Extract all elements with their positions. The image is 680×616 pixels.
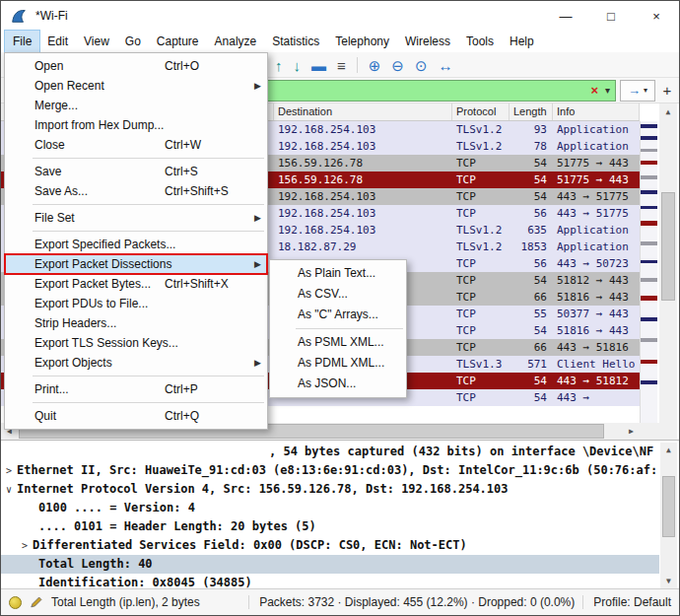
menubar-item[interactable]: Go <box>117 31 149 52</box>
file-menu-item[interactable]: Export PDUs to File... <box>5 294 267 313</box>
file-menu-item[interactable]: File Set ▶ <box>5 208 267 228</box>
detail-text: Total Length: 40 <box>38 555 153 574</box>
menubar-item[interactable]: View <box>76 31 117 52</box>
zoom-out-icon[interactable]: ⊖ <box>391 58 404 73</box>
toolbar-separator[interactable] <box>357 57 358 73</box>
packet-list-vertical-scrollbar[interactable]: ▲ ▼ <box>659 103 677 440</box>
submenu-item-label: As CSV... <box>298 287 348 301</box>
file-menu-item[interactable] <box>5 155 267 162</box>
file-menu-item[interactable]: Open Ctrl+O <box>5 56 267 76</box>
submenu-item[interactable]: As PDML XML... <box>270 353 406 374</box>
detail-line[interactable]: .... 0101 = Header Length: 20 bytes (5) <box>1 517 659 536</box>
profile-selector[interactable]: Profile: Default <box>582 595 671 609</box>
scroll-right-icon[interactable]: ▶ <box>623 423 640 440</box>
menu-item-label: Quit <box>34 409 56 423</box>
expert-info-icon[interactable] <box>9 596 22 609</box>
submenu-arrow-icon: ▶ <box>249 358 261 368</box>
apply-dropdown-icon: ▾ <box>644 86 647 95</box>
titlebar: *Wi-Fi — □ × <box>1 1 679 31</box>
file-menu-item[interactable] <box>5 399 267 406</box>
add-filter-button[interactable]: + <box>658 82 676 99</box>
go-last-packet-icon[interactable]: ↓ <box>294 58 302 73</box>
file-menu-item[interactable]: Strip Headers... <box>5 313 267 333</box>
file-menu-item[interactable] <box>5 373 267 379</box>
capture-comment-icon[interactable] <box>30 595 43 609</box>
scroll-down-icon[interactable]: ▼ <box>660 574 677 588</box>
menubar-item[interactable]: Edit <box>39 31 76 52</box>
submenu-item[interactable]: As Plain Text... <box>270 263 406 284</box>
submenu-item[interactable]: As JSON... <box>270 374 406 394</box>
close-button[interactable]: × <box>634 1 679 31</box>
go-first-packet-icon[interactable]: ↑ <box>275 58 283 73</box>
file-menu-item[interactable]: Export TLS Session Keys... <box>5 333 267 353</box>
cell-info: 443 → 51812 <box>553 373 640 389</box>
submenu-item[interactable]: As CSV... <box>270 284 406 305</box>
detail-line[interactable]: >Ethernet II, Src: HuaweiTe_91:cd:03 (e8… <box>1 461 659 480</box>
scroll-up-icon[interactable]: ▲ <box>659 103 677 119</box>
submenu-item[interactable] <box>270 325 406 332</box>
column-header-destination[interactable]: Destination <box>274 103 452 120</box>
file-menu-item[interactable]: Export Specified Packets... <box>5 235 267 254</box>
file-menu-item[interactable]: Import from Hex Dump... <box>5 115 267 135</box>
expand-toggle-icon[interactable]: ∨ <box>1 480 17 499</box>
expand-toggle-icon[interactable]: > <box>17 536 33 555</box>
menubar-item[interactable]: Help <box>502 31 542 52</box>
filter-dropdown-icon[interactable]: ▾ <box>605 85 610 96</box>
minimize-button[interactable]: — <box>543 1 588 31</box>
file-menu-item[interactable]: Save Ctrl+S <box>5 162 267 181</box>
wireshark-window: *Wi-Fi — □ × FileEditViewGoCaptureAnalyz… <box>0 0 680 616</box>
cell-length: 54 <box>510 171 553 188</box>
detail-line[interactable]: , 54 bytes captured (432 bits) on interf… <box>1 443 659 461</box>
column-header-info[interactable]: Info <box>553 103 640 120</box>
scrollbar-thumb[interactable] <box>662 476 675 537</box>
expand-toggle-icon[interactable]: > <box>1 461 17 480</box>
column-header-length[interactable]: Length <box>510 103 553 120</box>
file-menu-item[interactable]: Merge... <box>5 96 267 115</box>
file-menu-item[interactable]: Open Recent ▶ <box>5 76 267 96</box>
file-menu-item[interactable]: Print... Ctrl+P <box>5 379 267 399</box>
menubar-item[interactable]: Telephony <box>327 31 397 52</box>
clear-filter-icon[interactable]: × <box>590 83 598 98</box>
cell-length: 55 <box>510 306 553 322</box>
cell-destination: 192.168.254.103 <box>274 188 452 205</box>
zoom-in-icon[interactable]: ⊕ <box>369 58 381 73</box>
maximize-button[interactable]: □ <box>588 1 634 31</box>
menubar-item[interactable]: Tools <box>458 31 502 52</box>
menubar-item[interactable]: Wireless <box>397 31 458 52</box>
resize-columns-icon[interactable]: ↔ <box>439 58 453 73</box>
file-menu-item[interactable]: Quit Ctrl+Q <box>5 406 267 426</box>
detail-line[interactable]: Total Length: 40 <box>1 555 659 574</box>
menu-item-label: Export TLS Session Keys... <box>34 336 178 350</box>
details-vertical-scrollbar[interactable]: ▲ ▼ <box>660 443 677 588</box>
cell-info: 50377 → 443 <box>553 306 640 322</box>
scrollbar-thumb[interactable] <box>661 192 675 301</box>
file-menu-item[interactable] <box>5 228 267 235</box>
detail-line[interactable]: ∨Internet Protocol Version 4, Src: 156.5… <box>1 480 659 499</box>
menubar-item[interactable]: Capture <box>149 31 207 52</box>
submenu-item[interactable]: As PSML XML... <box>270 332 406 353</box>
column-header-protocol[interactable]: Protocol <box>452 103 510 120</box>
intelligent-scrollbar-minimap[interactable] <box>640 121 657 423</box>
cell-length: 1853 <box>510 239 553 255</box>
scroll-up-icon[interactable]: ▲ <box>660 443 677 457</box>
file-menu-item[interactable]: Export Packet Dissections ▶ <box>5 254 267 274</box>
auto-scroll-icon[interactable]: ▬ <box>311 58 326 73</box>
file-menu-item[interactable]: Save As... Ctrl+Shift+S <box>5 181 267 201</box>
zoom-original-icon[interactable]: ⊙ <box>415 58 428 73</box>
cell-length: 54 <box>510 188 553 205</box>
cell-destination: 18.182.87.29 <box>274 239 452 255</box>
file-menu-item[interactable]: Close Ctrl+W <box>5 135 267 155</box>
file-menu-item[interactable] <box>5 201 267 208</box>
file-menu-item[interactable]: Export Objects ▶ <box>5 353 267 373</box>
window-title: *Wi-Fi <box>35 9 68 23</box>
menubar-item[interactable]: Statistics <box>264 31 327 52</box>
submenu-item[interactable]: As "C" Arrays... <box>270 305 406 325</box>
menubar-item[interactable]: Analyze <box>207 31 265 52</box>
cell-length: 56 <box>510 205 553 222</box>
detail-line[interactable]: 0100 .... = Version: 4 <box>1 499 659 517</box>
apply-filter-button[interactable]: → ▾ <box>620 80 655 102</box>
detail-line[interactable]: >Differentiated Services Field: 0x00 (DS… <box>1 536 659 555</box>
colorize-packets-icon[interactable]: ≡ <box>337 58 346 73</box>
file-menu-item[interactable]: Export Packet Bytes... Ctrl+Shift+X <box>5 274 267 294</box>
menubar-item[interactable]: File <box>5 31 39 52</box>
